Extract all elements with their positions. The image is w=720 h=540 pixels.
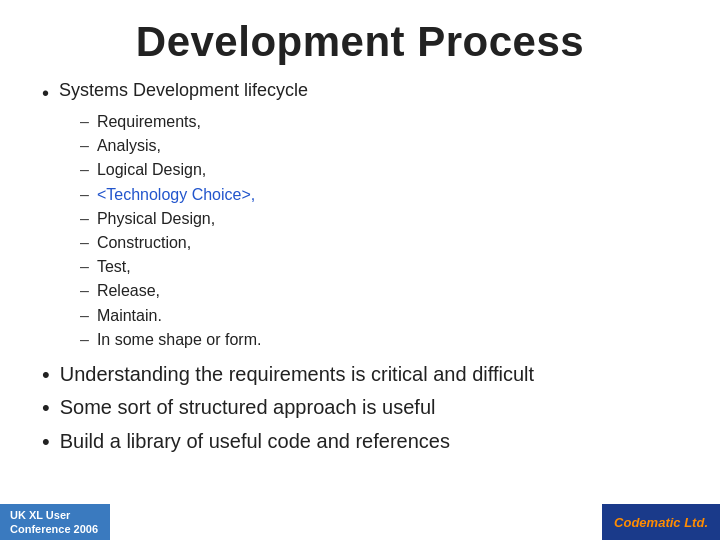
dash-icon: – [80, 158, 89, 181]
footer-right: Codematic Ltd. [602, 504, 720, 540]
footer-left: UK XL User Conference 2006 [0, 504, 110, 540]
sub-item-text: Construction, [97, 231, 191, 254]
dash-icon: – [80, 207, 89, 230]
bottom-bullet-item: •Build a library of useful code and refe… [32, 428, 688, 457]
bullet-section-1: • Systems Development lifecycle –Require… [32, 80, 688, 351]
sub-item-text: Test, [97, 255, 131, 278]
sub-list: –Requirements,–Analysis,–Logical Design,… [32, 110, 688, 351]
sub-list-item: –Requirements, [80, 110, 688, 133]
dash-icon: – [80, 134, 89, 157]
bullet-dot: • [42, 394, 50, 423]
bottom-bullet-item: •Some sort of structured approach is use… [32, 394, 688, 423]
footer-left-line1: UK XL User [10, 508, 98, 522]
dash-icon: – [80, 231, 89, 254]
sub-list-item: –Construction, [80, 231, 688, 254]
bottom-bullet-item: •Understanding the requirements is criti… [32, 361, 688, 390]
footer-bar: UK XL User Conference 2006 Codematic Ltd… [0, 504, 720, 540]
sub-list-item: –Test, [80, 255, 688, 278]
sub-item-text: Analysis, [97, 134, 161, 157]
slide-title: Development Process [32, 18, 688, 66]
dash-icon: – [80, 110, 89, 133]
sub-item-text: Requirements, [97, 110, 201, 133]
bottom-bullets: •Understanding the requirements is criti… [32, 361, 688, 457]
sub-item-text: Logical Design, [97, 158, 206, 181]
bottom-bullet-text: Understanding the requirements is critic… [60, 361, 534, 388]
bullet-dot: • [42, 80, 49, 106]
bullet-1-label: Systems Development lifecycle [59, 80, 308, 101]
bottom-bullet-text: Some sort of structured approach is usef… [60, 394, 436, 421]
sub-list-item: –Maintain. [80, 304, 688, 327]
sub-item-text: In some shape or form. [97, 328, 262, 351]
sub-list-item: –In some shape or form. [80, 328, 688, 351]
sub-list-item: –Logical Design, [80, 158, 688, 181]
footer-right-text: Codematic Ltd. [614, 515, 708, 530]
bullet-1: • Systems Development lifecycle [32, 80, 688, 106]
dash-icon: – [80, 328, 89, 351]
sub-item-text: Physical Design, [97, 207, 215, 230]
sub-item-text: Maintain. [97, 304, 162, 327]
bottom-bullet-text: Build a library of useful code and refer… [60, 428, 450, 455]
sub-list-item: –Physical Design, [80, 207, 688, 230]
footer-left-line2: Conference 2006 [10, 522, 98, 536]
sub-list-item: –Analysis, [80, 134, 688, 157]
sub-list-item: –<Technology Choice>, [80, 183, 688, 206]
dash-icon: – [80, 279, 89, 302]
dash-icon: – [80, 304, 89, 327]
bullet-dot: • [42, 361, 50, 390]
sub-list-item: –Release, [80, 279, 688, 302]
bullet-dot: • [42, 428, 50, 457]
sub-item-text: <Technology Choice>, [97, 183, 255, 206]
dash-icon: – [80, 183, 89, 206]
slide: Development Process • Systems Developmen… [0, 0, 720, 540]
dash-icon: – [80, 255, 89, 278]
sub-item-text: Release, [97, 279, 160, 302]
